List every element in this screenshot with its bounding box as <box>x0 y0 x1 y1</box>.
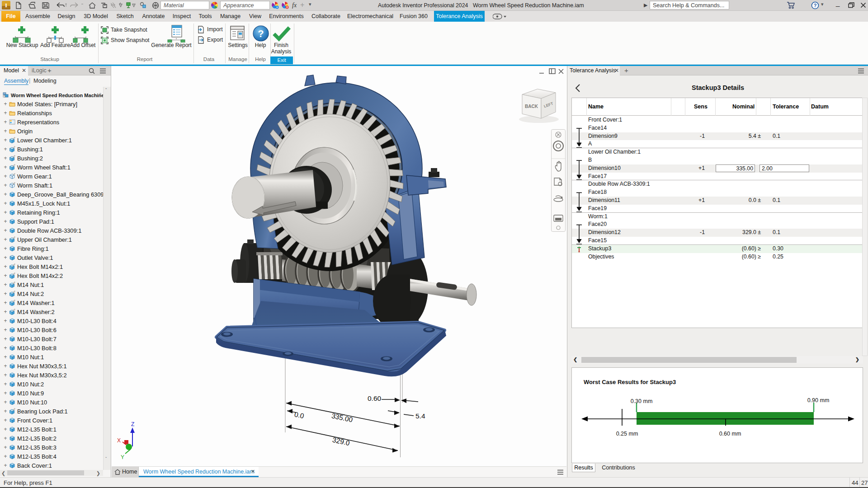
svg-text:?: ? <box>258 28 264 39</box>
svg-text:0.60: 0.60 <box>368 394 382 402</box>
svg-text:0.90 mm: 0.90 mm <box>807 397 830 404</box>
svg-text:Z: Z <box>131 421 134 427</box>
svg-text:5.4: 5.4 <box>415 412 425 420</box>
svg-text:0.25 mm: 0.25 mm <box>616 431 638 437</box>
svg-text:BACK: BACK <box>525 104 538 109</box>
svg-text:?: ? <box>814 3 817 8</box>
svg-text:I: I <box>5 2 7 9</box>
svg-text:X: X <box>117 437 121 444</box>
svg-text:0.30 mm: 0.30 mm <box>631 398 653 404</box>
svg-text:Y: Y <box>121 454 124 460</box>
svg-text:0.60 mm: 0.60 mm <box>719 431 741 437</box>
